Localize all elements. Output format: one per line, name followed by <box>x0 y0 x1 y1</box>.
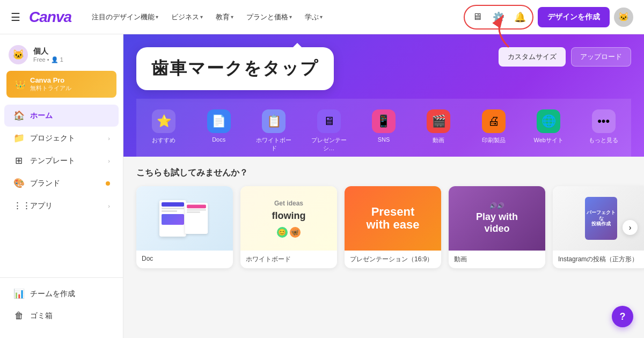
upload-button[interactable]: アップロード <box>571 47 631 67</box>
doc-page <box>185 203 208 234</box>
sidebar-item-apps[interactable]: ⋮⋮ アプリ › <box>4 195 119 217</box>
chevron-down-icon: ▾ <box>231 14 233 20</box>
sidebar-item-label: ゴミ箱 <box>30 311 53 321</box>
apps-icon: ⋮⋮ <box>13 200 25 211</box>
whiteboard-icon: 📋 <box>262 109 286 133</box>
card-whiteboard[interactable]: Get ideas flowing 😊 🦋 ホワイトボード <box>240 186 337 268</box>
card-thumb-presentation: Presentwith ease <box>345 186 441 251</box>
category-sns[interactable]: 📱 SNS <box>356 105 411 157</box>
chevron-down-icon: ▾ <box>289 14 292 20</box>
card-video[interactable]: 🔊🔊 Play withvideo 動画 <box>449 186 545 268</box>
category-presentation[interactable]: 🖥 プレゼンテーシ… <box>301 105 356 157</box>
category-label: Docs <box>212 136 225 143</box>
card-presentation[interactable]: Presentwith ease プレゼンテーション（16:9） <box>345 186 441 268</box>
category-print[interactable]: 🖨 印刷製品 <box>466 105 521 157</box>
doc-page <box>159 200 186 237</box>
sidebar-item-label: ホーム <box>30 111 53 121</box>
header-left: ☰ Canva 注目のデザイン機能 ▾ ビジネス ▾ 教育 ▾ プランと価格 ▾… <box>11 9 328 26</box>
card-thumb-video: 🔊🔊 Play withvideo <box>449 186 545 251</box>
sns-icon: 📱 <box>372 109 396 133</box>
hero-buttons: カスタムサイズ アップロード <box>499 47 631 67</box>
hero-banner: 歯車マークをタップ カスタムサイズ アップロード ⭐ おすすめ 📄 <box>123 34 644 157</box>
nav-item-business[interactable]: ビジネス ▾ <box>166 9 208 25</box>
categories: ⭐ おすすめ 📄 Docs 📋 ホワイトボード 🖥 プレゼンテーシ… <box>136 99 631 157</box>
section-title: こちらも試してみませんか？ <box>136 167 631 179</box>
brand-dot <box>106 181 110 186</box>
team-icon: 📊 <box>13 288 25 299</box>
category-label: ホワイトボード <box>255 136 292 152</box>
nav-item-features[interactable]: 注目のデザイン機能 ▾ <box>86 9 164 25</box>
website-icon: 🌐 <box>537 109 560 133</box>
template-icon: ⊞ <box>13 155 25 166</box>
settings-button[interactable]: ⚙️ <box>488 7 509 27</box>
menu-icon[interactable]: ☰ <box>11 11 20 24</box>
card-label-whiteboard: ホワイトボード <box>240 251 337 268</box>
home-icon: 🏠 <box>13 110 25 121</box>
video-icon: 🎬 <box>427 109 450 133</box>
main-layout: 🐱 個人 Free • 👤 1 👑 Canva Pro 無料トライアル 🏠 ホー… <box>0 34 644 338</box>
nav-item-pricing[interactable]: プランと価格 ▾ <box>241 9 297 25</box>
sidebar-nav: 🏠 ホーム 📁 プロジェクト › ⊞ テンプレート › 🎨 ブランド ⋮⋮ アプ… <box>0 104 123 275</box>
pro-badge[interactable]: 👑 Canva Pro 無料トライアル <box>6 71 116 98</box>
suggestions-section: こちらも試してみませんか？ <box>123 157 644 279</box>
bell-button[interactable]: 🔔 <box>510 7 530 27</box>
sidebar-item-label: アプリ <box>30 201 53 211</box>
video-mockup: 🔊🔊 Play withvideo <box>476 202 518 234</box>
recommended-icon: ⭐ <box>152 109 175 133</box>
header: ☰ Canva 注目のデザイン機能 ▾ ビジネス ▾ 教育 ▾ プランと価格 ▾… <box>0 0 644 34</box>
card-label-doc: Doc <box>136 251 233 267</box>
pres-mockup: Presentwith ease <box>345 186 441 251</box>
sidebar-item-label: プロジェクト <box>30 134 75 143</box>
category-more[interactable]: ••• もっと見る <box>576 105 631 157</box>
avatar[interactable]: 🐱 <box>614 8 633 27</box>
sidebar-item-label: テンプレート <box>30 156 75 166</box>
category-website[interactable]: 🌐 Webサイト <box>521 105 576 157</box>
chevron-down-icon: ▾ <box>156 14 158 20</box>
chevron-down-icon: ▾ <box>200 14 203 20</box>
pro-name: Canva Pro <box>30 76 71 84</box>
chevron-right-icon: › <box>108 135 110 142</box>
user-sub: Free • 👤 1 <box>33 56 63 63</box>
category-video[interactable]: 🎬 動画 <box>411 105 466 157</box>
create-design-button[interactable]: デザインを作成 <box>538 7 610 27</box>
custom-size-button[interactable]: カスタムサイズ <box>499 47 566 67</box>
more-icon: ••• <box>592 109 616 133</box>
pro-badge-text: Canva Pro 無料トライアル <box>30 76 71 92</box>
sidebar-item-home[interactable]: 🏠 ホーム <box>4 105 119 127</box>
crown-icon: 👑 <box>15 79 26 90</box>
trash-icon: 🗑 <box>13 311 25 321</box>
presentation-icon: 🖥 <box>317 109 341 133</box>
cards-row: Doc Get ideas flowing 😊 🦋 <box>136 186 631 268</box>
category-label: おすすめ <box>152 136 175 144</box>
monitor-button[interactable]: 🖥 <box>467 7 487 27</box>
wb-mockup: Get ideas flowing 😊 🦋 <box>272 200 306 238</box>
header-right: 🖥 ⚙️ 🔔 デザインを作成 🐱 <box>464 5 633 30</box>
scroll-right-arrow[interactable]: › <box>623 220 638 235</box>
category-label: もっと見る <box>589 136 618 144</box>
video-text: Play withvideo <box>476 211 518 234</box>
nav: 注目のデザイン機能 ▾ ビジネス ▾ 教育 ▾ プランと価格 ▾ 学ぶ ▾ <box>86 9 328 25</box>
card-doc[interactable]: Doc <box>136 186 233 268</box>
chevron-right-icon: › <box>108 203 110 209</box>
sidebar-item-trash[interactable]: 🗑 ゴミ箱 <box>4 305 119 327</box>
help-button[interactable]: ? <box>612 306 633 327</box>
sidebar: 🐱 個人 Free • 👤 1 👑 Canva Pro 無料トライアル 🏠 ホー… <box>0 34 123 338</box>
category-docs[interactable]: 📄 Docs <box>191 105 246 157</box>
sidebar-item-templates[interactable]: ⊞ テンプレート › <box>4 150 119 172</box>
doc-mockup <box>159 200 210 237</box>
sidebar-item-create-team[interactable]: 📊 チームを作成 <box>4 283 119 305</box>
nav-item-learn[interactable]: 学ぶ ▾ <box>299 9 328 25</box>
category-whiteboard[interactable]: 📋 ホワイトボード <box>246 105 301 157</box>
sidebar-item-brand[interactable]: 🎨 ブランド <box>4 172 119 194</box>
card-thumb-doc <box>136 186 233 251</box>
category-recommended[interactable]: ⭐ おすすめ <box>136 105 191 157</box>
sidebar-item-projects[interactable]: 📁 プロジェクト › <box>4 127 119 149</box>
logo[interactable]: Canva <box>29 9 71 26</box>
sidebar-item-label: ブランド <box>30 179 60 188</box>
user-section: 🐱 個人 Free • 👤 1 <box>0 41 123 71</box>
card-thumb-whiteboard: Get ideas flowing 😊 🦋 <box>240 186 337 251</box>
category-label: 動画 <box>433 136 444 144</box>
nav-item-education[interactable]: 教育 ▾ <box>210 9 239 25</box>
pres-text: Presentwith ease <box>366 205 419 231</box>
card-label-video: 動画 <box>449 251 545 268</box>
